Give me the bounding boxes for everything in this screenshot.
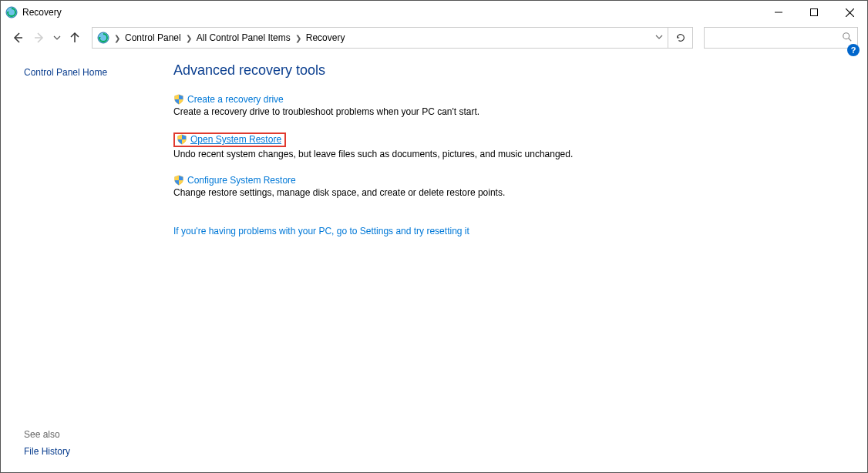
content-body: Control Panel Home See also File History… (1, 52, 867, 472)
chevron-right-icon[interactable]: ❯ (114, 34, 120, 42)
tool-configure-system-restore: Configure System Restore Change restore … (173, 175, 852, 198)
title-bar: Recovery (1, 1, 867, 24)
control-panel-home-link[interactable]: Control Panel Home (24, 67, 155, 78)
search-icon[interactable] (842, 32, 853, 45)
breadcrumb-recovery[interactable]: Recovery (306, 32, 345, 43)
search-box[interactable] (704, 27, 858, 49)
create-recovery-drive-link[interactable]: Create a recovery drive (187, 94, 284, 105)
up-button[interactable] (66, 29, 84, 47)
reset-pc-link[interactable]: If you're having problems with your PC, … (173, 226, 469, 236)
breadcrumb-all-items[interactable]: All Control Panel Items (197, 32, 291, 43)
configure-system-restore-link[interactable]: Configure System Restore (187, 175, 296, 186)
recent-locations-dropdown[interactable] (52, 29, 62, 47)
breadcrumb-control-panel[interactable]: Control Panel (125, 32, 181, 43)
recovery-app-icon (5, 6, 18, 18)
back-button[interactable] (8, 29, 27, 47)
address-bar-group: ❯ Control Panel ❯ All Control Panel Item… (92, 27, 693, 49)
recovery-window: Recovery (0, 0, 868, 473)
shield-icon (173, 175, 184, 186)
svg-rect-2 (811, 9, 818, 16)
svg-point-9 (843, 32, 849, 39)
page-heading: Advanced recovery tools (173, 62, 852, 79)
svg-line-10 (849, 38, 852, 41)
address-history-dropdown[interactable] (655, 32, 663, 43)
address-bar[interactable]: ❯ Control Panel ❯ All Control Panel Item… (92, 27, 668, 49)
window-title: Recovery (22, 7, 62, 18)
maximize-button[interactable] (796, 1, 832, 24)
window-controls (761, 1, 867, 24)
forward-button[interactable] (30, 29, 49, 47)
minimize-button[interactable] (761, 1, 796, 24)
refresh-button[interactable] (668, 27, 693, 49)
address-bar-icon (97, 32, 109, 44)
close-button[interactable] (832, 1, 867, 24)
search-input[interactable] (709, 32, 842, 44)
create-recovery-drive-desc: Create a recovery drive to troubleshoot … (173, 106, 852, 117)
highlight-box: Open System Restore (173, 133, 286, 147)
tool-open-system-restore: Open System Restore Undo recent system c… (173, 133, 852, 159)
open-system-restore-link[interactable]: Open System Restore (190, 134, 281, 145)
see-also-label: See also (24, 429, 155, 440)
configure-system-restore-desc: Change restore settings, manage disk spa… (173, 187, 852, 198)
navigation-bar: ❯ Control Panel ❯ All Control Panel Item… (1, 24, 867, 52)
chevron-right-icon[interactable]: ❯ (295, 34, 301, 42)
sidebar: Control Panel Home See also File History (1, 52, 155, 472)
main-content: Advanced recovery tools Create a recover… (155, 52, 867, 472)
title-bar-left: Recovery (5, 6, 62, 18)
open-system-restore-desc: Undo recent system changes, but leave fi… (173, 149, 852, 159)
tool-create-recovery-drive: Create a recovery drive Create a recover… (173, 94, 852, 117)
chevron-right-icon[interactable]: ❯ (186, 34, 192, 42)
file-history-link[interactable]: File History (24, 446, 155, 457)
shield-icon (173, 94, 184, 105)
shield-icon (177, 134, 187, 145)
